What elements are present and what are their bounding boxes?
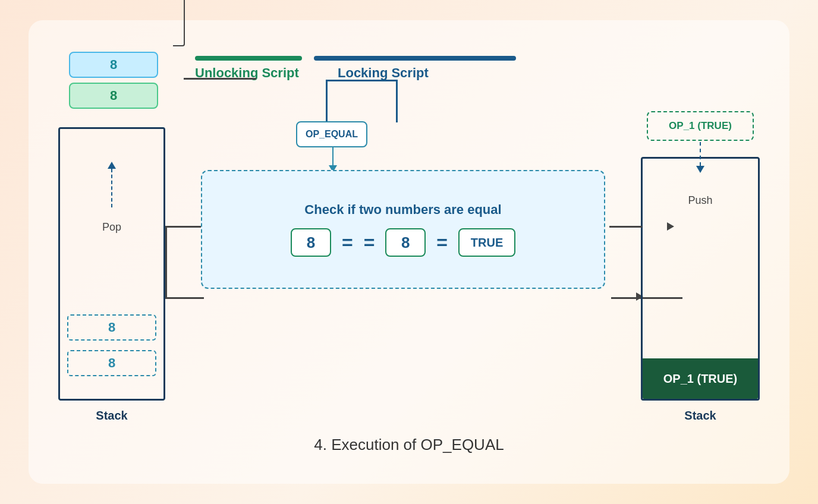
eq-sign-3: = <box>436 232 448 254</box>
script-labels: Unlocking Script Locking Script <box>195 56 516 81</box>
right-top-arrow-head <box>667 222 674 231</box>
floating-items: 8 8 <box>60 52 167 109</box>
right-arrow-down <box>696 142 704 173</box>
op1-solid-label: OP_1 (TRUE) <box>663 372 737 386</box>
right-stack-area: OP_1 (TRUE) Push OP_1 (TRUE) Stack <box>641 157 760 423</box>
right-arrow-head2 <box>696 166 704 173</box>
eq-sign-1: = <box>342 232 353 254</box>
op-arrow-line <box>332 147 334 165</box>
main-card: Unlocking Script Locking Script 8 8 <box>29 20 789 484</box>
bracket-right <box>173 0 185 46</box>
dashed-line-up <box>111 169 112 207</box>
arrow-head-up <box>108 162 116 169</box>
right-stack-box: OP_1 (TRUE) Push OP_1 (TRUE) <box>641 157 760 401</box>
right-dashed-line <box>700 142 701 166</box>
step-label: 4. Execution of OP_EQUAL <box>314 436 504 454</box>
dashed-items-container: 8 8 <box>60 314 163 399</box>
left-stack-label: Stack <box>96 409 127 423</box>
arrow-up-container <box>108 162 116 207</box>
left-vert-connector <box>165 226 167 297</box>
bracket-horiz-line <box>184 78 256 80</box>
check-title: Check if two numbers are equal <box>304 202 501 218</box>
check-row: 8 = = 8 = TRUE <box>291 228 515 257</box>
locking-line-vert <box>396 80 398 122</box>
op-arrow-down <box>329 147 337 172</box>
unlocking-bar <box>195 56 302 61</box>
locking-bar <box>314 56 516 61</box>
locking-block: Locking Script <box>314 56 516 81</box>
op-equal-label: OP_EQUAL <box>306 129 358 140</box>
check-box: Check if two numbers are equal 8 = = 8 =… <box>201 170 605 289</box>
check-val1: 8 <box>291 228 331 257</box>
left-horiz-connector-top <box>165 226 204 228</box>
dashed-item-2: 8 <box>67 350 156 376</box>
op1-solid-box: OP_1 (TRUE) <box>643 358 758 399</box>
right-stack-label: Stack <box>684 409 716 423</box>
step-text: 4. Execution of OP_EQUAL <box>314 436 504 453</box>
op1-floating-label: OP_1 (TRUE) <box>669 120 732 132</box>
float-item-green: 8 <box>69 83 158 109</box>
push-label: Push <box>688 194 712 207</box>
eq-sign-2: = <box>364 232 375 254</box>
true-box: TRUE <box>458 228 515 257</box>
left-horiz-connector-bottom <box>165 297 204 299</box>
op-equal-box: OP_EQUAL <box>296 121 367 147</box>
left-stack-box: 8 8 Pop 8 8 <box>58 127 165 401</box>
check-val2: 8 <box>385 228 426 257</box>
locking-line-horiz <box>326 80 397 81</box>
left-stack-area: 8 8 Pop 8 8 Stack <box>58 127 165 423</box>
dashed-item-1: 8 <box>67 314 156 341</box>
pop-label: Pop <box>102 221 121 234</box>
unlocking-block: Unlocking Script <box>195 56 302 81</box>
locking-line-vert2 <box>326 80 328 122</box>
op1-floating-box: OP_1 (TRUE) <box>647 111 754 141</box>
locking-label: Locking Script <box>338 65 429 81</box>
float-item-blue: 8 <box>69 52 158 78</box>
right-top-horiz <box>609 226 642 228</box>
